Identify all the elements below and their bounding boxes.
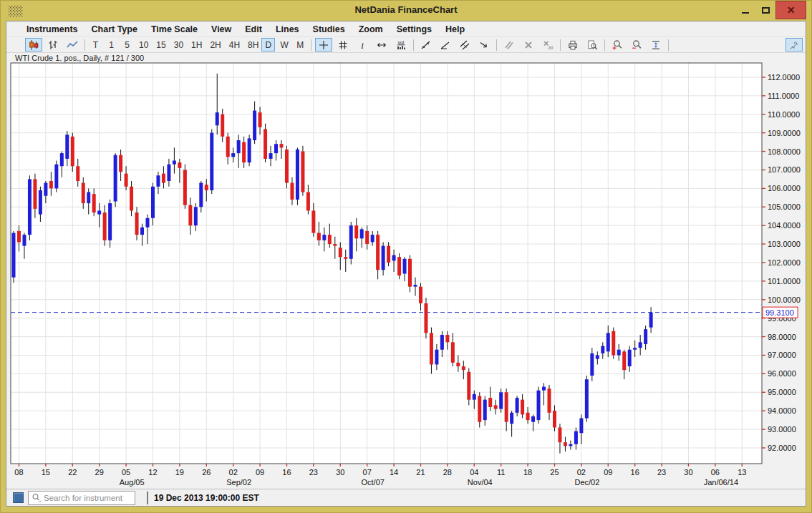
candle[interactable] xyxy=(210,129,213,194)
menu-help[interactable]: Help xyxy=(445,24,465,34)
candle[interactable] xyxy=(397,253,401,279)
menu-studies[interactable]: Studies xyxy=(313,24,345,34)
y-axis-label: 96.0000 xyxy=(768,369,796,378)
toolbar-separator xyxy=(668,39,669,51)
horizontal-expand-icon xyxy=(376,39,387,51)
trendline-angle-button[interactable] xyxy=(437,38,454,52)
candle[interactable] xyxy=(114,153,117,207)
timeframe-1h-button[interactable]: 1H xyxy=(188,38,205,52)
candle[interactable] xyxy=(285,146,289,189)
zoom-in-button[interactable] xyxy=(609,38,626,52)
timeframe-d-button[interactable]: D xyxy=(261,38,275,52)
candle-body-down xyxy=(306,192,310,211)
candle[interactable] xyxy=(71,133,74,172)
ray-button[interactable] xyxy=(475,38,493,52)
print-button[interactable] xyxy=(564,38,581,52)
candle-body-down xyxy=(290,183,294,200)
y-axis-label: 98.0000 xyxy=(768,333,796,341)
x-axis-label: 29 xyxy=(95,468,104,477)
fit-vertical-button[interactable] xyxy=(647,38,664,52)
candle-body-up xyxy=(639,342,642,348)
timeframe-w-button[interactable]: W xyxy=(277,38,291,52)
instrument-square-icon[interactable] xyxy=(13,492,24,503)
candle[interactable] xyxy=(28,175,32,240)
horizontal-expand-button[interactable] xyxy=(373,38,390,52)
menu-time-scale[interactable]: Time Scale xyxy=(151,24,198,34)
candle[interactable] xyxy=(12,231,16,283)
menu-zoom[interactable]: Zoom xyxy=(359,24,383,34)
menu-settings[interactable]: Settings xyxy=(397,24,432,34)
candle-body-down xyxy=(467,372,470,400)
timeframe-m-button[interactable]: M xyxy=(294,38,307,52)
candle-body-up xyxy=(231,153,235,157)
timeframe-8h-button[interactable]: 8H xyxy=(245,38,261,52)
maximize-button[interactable] xyxy=(757,1,774,19)
candle[interactable] xyxy=(54,161,58,192)
candle[interactable] xyxy=(424,298,427,338)
timeframe-t-button[interactable]: T xyxy=(89,38,102,52)
candle-body-up xyxy=(173,161,176,165)
candle-body-up xyxy=(473,394,476,400)
timeframe-1-button[interactable]: 1 xyxy=(105,38,118,52)
app-window: NetDania FinanceChart ✕ InstrumentsChart… xyxy=(0,0,812,513)
y-axis-label: 93.0000 xyxy=(768,425,796,434)
menu-instruments[interactable]: Instruments xyxy=(26,24,78,34)
window-content: InstrumentsChart TypeTime ScaleViewEditL… xyxy=(6,21,806,507)
y-axis-label: 102.0000 xyxy=(768,258,801,267)
ohlc-bar-chart-button[interactable] xyxy=(44,38,62,52)
candle-body-up xyxy=(210,133,213,190)
delete-button[interactable] xyxy=(520,38,537,52)
candle[interactable] xyxy=(183,165,187,209)
candle[interactable] xyxy=(537,387,541,424)
info-button[interactable]: i xyxy=(354,38,371,52)
timeframe-4h-button[interactable]: 4H xyxy=(226,38,243,52)
candle-body-up xyxy=(579,419,583,434)
candle[interactable] xyxy=(301,146,304,196)
pin-button[interactable] xyxy=(786,38,803,52)
search-input[interactable] xyxy=(42,493,132,503)
timeframe-2h-button[interactable]: 2H xyxy=(207,38,223,52)
channel-button[interactable] xyxy=(456,38,473,52)
x-axis-label: 09 xyxy=(256,468,264,477)
print-preview-button[interactable] xyxy=(584,38,601,52)
menu-edit[interactable]: Edit xyxy=(245,24,262,34)
candle-body-up xyxy=(248,138,251,162)
candle-body-up xyxy=(146,218,150,228)
menu-view[interactable]: View xyxy=(211,24,231,34)
candle-body-up xyxy=(382,246,385,270)
trendline-button[interactable] xyxy=(417,38,435,52)
candle[interactable] xyxy=(349,222,353,265)
x-axis-label: 06 xyxy=(711,468,720,477)
candlestick-chart-button[interactable] xyxy=(25,38,42,52)
candle[interactable] xyxy=(612,328,615,359)
delete-all-button[interactable]: all xyxy=(539,38,556,52)
timeframe-5-button[interactable]: 5 xyxy=(120,38,134,52)
search-icon xyxy=(31,492,42,504)
candle[interactable] xyxy=(264,124,267,162)
y-axis-label: 109.0000 xyxy=(768,129,801,137)
minimize-button[interactable] xyxy=(737,1,754,19)
close-button[interactable]: ✕ xyxy=(775,1,806,19)
timeframe-10-button[interactable]: 10 xyxy=(136,38,151,52)
search-box[interactable] xyxy=(28,491,135,505)
candle[interactable] xyxy=(248,135,251,166)
candle-body-up xyxy=(87,192,90,204)
candle[interactable] xyxy=(585,376,589,422)
timeframe-30-button[interactable]: 30 xyxy=(171,38,186,52)
grid-button[interactable] xyxy=(334,38,352,52)
price-chart[interactable]: 92.000093.000094.000095.000096.000097.00… xyxy=(6,53,807,490)
menu-chart-type[interactable]: Chart Type xyxy=(92,24,137,34)
volume-button[interactable]: vol xyxy=(392,38,410,52)
parallel-lines-button[interactable] xyxy=(501,38,518,52)
crosshair-button[interactable] xyxy=(315,38,332,52)
timeframe-15-button[interactable]: 15 xyxy=(153,38,168,52)
x-axis-month-label: Nov/04 xyxy=(468,478,493,487)
x-axis-label: 23 xyxy=(309,468,318,477)
menu-lines[interactable]: Lines xyxy=(276,24,299,34)
line-chart-button[interactable] xyxy=(64,38,81,52)
candle-body-up xyxy=(140,228,144,235)
candle[interactable] xyxy=(296,147,299,205)
candle-body-up xyxy=(296,150,299,200)
instrument-label: WTI Crude 1. pos., Daily, # 121 / 300 xyxy=(15,54,144,62)
zoom-out-button[interactable] xyxy=(628,38,645,52)
